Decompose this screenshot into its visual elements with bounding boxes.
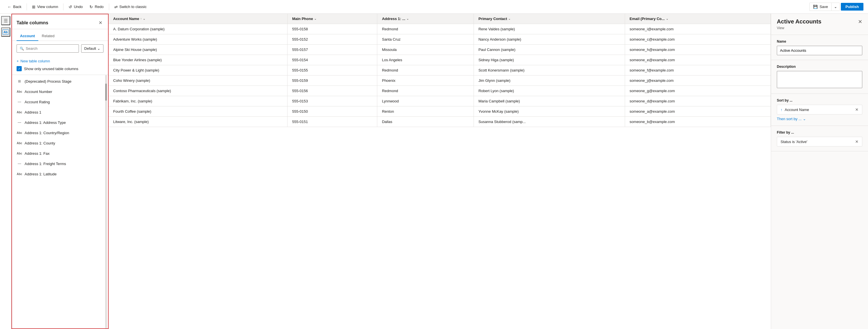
table-row[interactable]: Litware, Inc. (sample)555-0151DallasSusa… [108, 117, 771, 127]
redo-button[interactable]: ↻ Redo [87, 3, 106, 11]
table-cell: someone_d@example.com [625, 96, 771, 106]
table-row[interactable]: Alpine Ski House (sample)555-0157Missoul… [108, 45, 771, 55]
table-cell: Missoula [377, 45, 473, 55]
publish-button[interactable]: Publish [841, 3, 863, 10]
column-label: Account Rating [25, 100, 50, 104]
undo-button[interactable]: ↺ Undo [66, 3, 86, 11]
right-panel-header: Active Accounts ✕ [771, 14, 868, 26]
default-dropdown[interactable]: Default ⌄ [81, 44, 103, 53]
column-label: Address 1: Freight Terms [25, 162, 66, 166]
scroll-thumb[interactable] [105, 84, 107, 101]
scroll-track[interactable] [105, 75, 107, 328]
filter-icon3[interactable]: ⌄ [508, 17, 510, 20]
tab-related[interactable]: Related [38, 31, 58, 41]
tab-account[interactable]: Account [17, 31, 38, 41]
description-textarea[interactable] [777, 71, 862, 88]
panel-title: Table columns [17, 20, 48, 25]
sort-up-icon[interactable]: ↑ [140, 17, 142, 20]
panel-close-button[interactable]: ✕ [97, 19, 103, 27]
hamburger-icon: ☰ [4, 18, 8, 24]
table-cell: 555-0158 [287, 24, 377, 34]
view-column-button[interactable]: ⊞ View column [29, 3, 61, 11]
col-header-email[interactable]: Email (Primary Co... ⌄ [625, 14, 771, 24]
then-sort-button[interactable]: Then sort by ... ⌄ [777, 117, 806, 121]
save-button[interactable]: 💾 Save [810, 3, 831, 10]
right-panel-close-button[interactable]: ✕ [858, 19, 862, 25]
sort-chip-close-button[interactable]: ✕ [855, 107, 859, 112]
save-dropdown-button[interactable]: ⌄ [831, 3, 839, 10]
table-row[interactable]: Adventure Works (sample)555-0152Santa Cr… [108, 34, 771, 45]
filter-chip-text: Status is 'Active' [780, 140, 807, 144]
filter-icon2[interactable]: ⌄ [406, 17, 409, 20]
filter-icon4[interactable]: ⌄ [666, 17, 668, 20]
col-header-main-phone[interactable]: Main Phone ⌄ [287, 14, 377, 24]
column-label: Address 1: Latitude [25, 172, 57, 176]
table-row[interactable]: Coho Winery (sample)555-0159PhoenixJim G… [108, 76, 771, 86]
table-cell: Litware, Inc. (sample) [108, 117, 287, 127]
back-button[interactable]: ← Back [5, 3, 24, 11]
new-table-column-button[interactable]: + New table column [17, 57, 50, 65]
table-header-row: Account Name ↑ ⌄ Main Phone ⌄ [108, 14, 771, 24]
table-cell: 555-0159 [287, 76, 377, 86]
abc-icon: Ab [2, 29, 9, 35]
table-row[interactable]: Fabrikam, Inc. (sample)555-0153LynnwoodM… [108, 96, 771, 106]
undo-label: Undo [74, 5, 83, 9]
show-unused-checkbox[interactable]: ✓ [17, 66, 22, 71]
column-label: Address 1 [25, 110, 41, 114]
description-label: Description [777, 65, 862, 68]
toolbar: ← Back ⊞ View column ↺ Undo ↻ Redo ⇄ Swi… [0, 0, 868, 14]
table-cell: Los Angeles [377, 55, 473, 65]
redo-label: Redo [95, 5, 103, 9]
back-icon: ← [7, 5, 11, 9]
switch-to-classic-button[interactable]: ⇄ Switch to classic [112, 3, 150, 11]
table-cell: Fabrikam, Inc. (sample) [108, 96, 287, 106]
name-input[interactable] [777, 46, 862, 55]
column-label: Address 1: County [25, 141, 55, 145]
table-cell: someone_e@example.com [625, 55, 771, 65]
panel-tabs: Account Related [12, 29, 108, 41]
panel-search: 🔍 Default ⌄ [12, 41, 108, 56]
abc-col-icon5: Abc [17, 150, 22, 156]
table-row[interactable]: City Power & Light (sample)555-0155Redmo… [108, 65, 771, 76]
show-unused-row: ✓ Show only unused table columns [17, 65, 103, 72]
table-row[interactable]: A. Datum Corporation (sample)555-0158Red… [108, 24, 771, 34]
list-item[interactable]: Abc Address 1 [12, 107, 108, 117]
table-cell: Scott Konersmann (sample) [473, 65, 625, 76]
table-cell: Susanna Stubberod (samp... [473, 117, 625, 127]
hamburger-menu-button[interactable]: ☰ [1, 16, 10, 25]
grid-icon: ⊞ [17, 78, 22, 84]
list-item[interactable]: ⊞ (Deprecated) Process Stage [12, 76, 108, 86]
table-columns-panel: Table columns ✕ Account Related 🔍 Defaul… [11, 14, 108, 329]
table-row[interactable]: Fourth Coffee (sample)555-0150RentonYvon… [108, 106, 771, 117]
col-header-address[interactable]: Address 1: ... ⌄ [377, 14, 473, 24]
list-item[interactable]: — Address 1: Freight Terms [12, 159, 108, 169]
table-row[interactable]: Blue Yonder Airlines (sample)555-0154Los… [108, 55, 771, 65]
table-cell: someone_b@example.com [625, 117, 771, 127]
search-input[interactable] [26, 46, 76, 51]
col-header-account-name[interactable]: Account Name ↑ ⌄ [108, 14, 287, 24]
table-cell: City Power & Light (sample) [108, 65, 287, 76]
data-area: Account Name ↑ ⌄ Main Phone ⌄ [108, 14, 771, 329]
list-item[interactable]: — Account Rating [12, 97, 108, 107]
abc-col-icon6: Abc [17, 171, 22, 177]
list-item[interactable]: Abc Address 1: Latitude [12, 169, 108, 179]
table-cell: 555-0155 [287, 65, 377, 76]
list-item[interactable]: Abc Address 1: County [12, 138, 108, 148]
abc-sidebar-button[interactable]: Ab [1, 27, 10, 37]
table-cell: A. Datum Corporation (sample) [108, 24, 287, 34]
list-item[interactable]: — Address 1: Address Type [12, 117, 108, 128]
sort-chip-left: ↑ Account Name [780, 108, 809, 112]
filter-chip-close-button[interactable]: ✕ [855, 139, 859, 144]
filter-icon[interactable]: ⌄ [314, 17, 316, 20]
right-panel-title: Active Accounts [777, 18, 822, 25]
abc-col-icon3: Abc [17, 130, 22, 136]
table-cell: Dallas [377, 117, 473, 127]
sort-down-icon[interactable]: ⌄ [143, 17, 145, 20]
table-cell: Jim Glynn (sample) [473, 76, 625, 86]
list-item[interactable]: Abc Address 1: Fax [12, 148, 108, 159]
list-item[interactable]: Abc Account Number [12, 86, 108, 97]
list-item[interactable]: Abc Address 1: Country/Region [12, 128, 108, 138]
name-section: Name [771, 35, 868, 60]
table-row[interactable]: Contoso Pharmaceuticals (sample)555-0156… [108, 86, 771, 96]
col-header-primary-contact[interactable]: Primary Contact ⌄ [473, 14, 625, 24]
